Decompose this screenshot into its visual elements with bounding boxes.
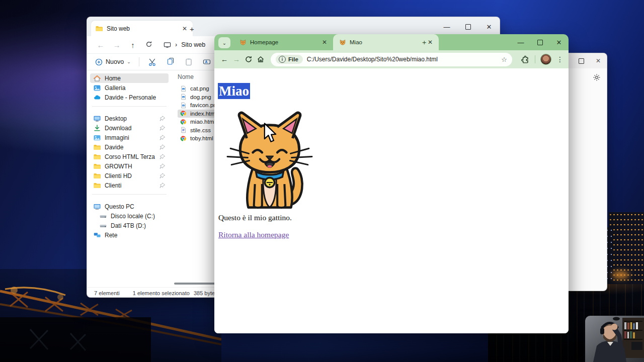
cat-favicon-icon [339, 39, 346, 46]
tab-close-icon[interactable]: ✕ [321, 39, 328, 46]
sidebar-item[interactable]: Questo PC [90, 202, 169, 211]
sidebar-item-icon [93, 124, 101, 132]
minimize-button[interactable]: — [511, 34, 530, 50]
sidebar-item-icon [93, 134, 101, 142]
pin-icon [159, 232, 166, 238]
tab-search-button[interactable]: ⌄ [218, 37, 230, 48]
sidebar-item-icon [93, 203, 101, 211]
maximize-button[interactable] [530, 34, 549, 50]
sidebar-item[interactable]: Davide - Personale [90, 93, 169, 102]
sidebar-item-icon [99, 222, 107, 230]
toolbar-right-cluster: ⋮ [521, 54, 564, 65]
rename-icon[interactable] [202, 57, 212, 67]
sidebar-item[interactable]: Disco locale (C:) [96, 211, 169, 221]
bookmark-star-icon[interactable]: ☆ [501, 56, 507, 63]
breadcrumb-chevron: › [175, 41, 177, 48]
file-name: miao.html [190, 119, 215, 125]
address-bar[interactable]: i File C:/Users/Davide/Desktop/Sito%20we… [271, 53, 512, 66]
sidebar-item[interactable]: Clienti [90, 180, 169, 190]
breadcrumb[interactable]: › Sito web [164, 41, 205, 49]
sidebar-item-label: Davide [105, 144, 156, 151]
tab-close-icon[interactable]: ✕ [181, 25, 189, 32]
maximize-button[interactable] [573, 53, 590, 68]
file-type-icon [180, 135, 187, 142]
url-text[interactable]: C:/Users/Davide/Desktop/Sito%20web/miao.… [307, 56, 497, 63]
sidebar-item-label: Rete [105, 232, 156, 239]
sidebar-item-label: Download [105, 125, 156, 132]
sidebar-item-icon [93, 172, 101, 180]
sidebar-item-label: Dati 4TB (D:) [111, 222, 156, 229]
file-name: toby.html [190, 135, 213, 141]
sidebar-item[interactable]: Home [90, 73, 169, 83]
cut-icon[interactable] [147, 57, 157, 67]
file-name: index.html [190, 111, 216, 117]
explorer-tab[interactable]: Sito web ✕ [91, 21, 193, 36]
sidebar-item[interactable]: Rete [90, 230, 169, 240]
file-name: dog.png [190, 94, 211, 100]
tab-close-icon[interactable]: ✕ [427, 39, 434, 46]
sidebar-item[interactable]: Immagini [90, 133, 169, 142]
sidebar-item[interactable]: Galleria [90, 83, 169, 93]
forward-icon[interactable]: → [231, 55, 242, 63]
back-icon[interactable]: ← [94, 41, 107, 49]
file-name: stile.css [190, 127, 211, 133]
sidebar-group-quick: Home Galleria Davide - Personale [87, 73, 172, 102]
forward-icon[interactable]: → [110, 41, 123, 49]
sidebar-item[interactable]: Download [90, 123, 169, 133]
pin-icon [159, 75, 166, 81]
up-icon[interactable]: ↑ [126, 41, 139, 49]
sidebar-item-icon [93, 115, 101, 123]
minimize-button[interactable]: — [436, 17, 457, 36]
reload-icon[interactable] [244, 55, 254, 63]
menu-kebab-icon[interactable]: ⋮ [556, 55, 564, 63]
sidebar-item[interactable]: Corso HTML Terza Media [90, 152, 169, 161]
file-name: cat.png [190, 85, 209, 92]
close-button[interactable]: ✕ [549, 34, 569, 50]
pin-icon [159, 95, 166, 101]
file-type-icon [180, 102, 187, 109]
sidebar-item-icon [93, 162, 101, 170]
new-button-label: Nuovo [106, 58, 124, 65]
sidebar-item-label: Home [105, 75, 156, 82]
close-button[interactable]: ✕ [478, 17, 500, 36]
sidebar-item[interactable]: Davide [90, 142, 169, 152]
maximize-button[interactable] [457, 17, 478, 36]
sidebar-item-label: Clienti [105, 182, 156, 189]
sidebar-item-icon [93, 231, 101, 239]
copy-icon[interactable] [166, 57, 176, 67]
pin-icon [159, 223, 166, 229]
homepage-link[interactable]: Ritorna alla homepage [218, 230, 289, 239]
sidebar-item[interactable]: Desktop [90, 114, 169, 123]
page-heading: Miao [218, 83, 250, 99]
extensions-icon[interactable] [521, 55, 530, 64]
sidebar-item[interactable]: Clienti HD [90, 171, 169, 180]
back-icon[interactable]: ← [219, 55, 229, 63]
new-tab-button[interactable]: ＋ [421, 38, 428, 47]
this-pc-icon [164, 41, 171, 49]
gear-icon[interactable] [593, 73, 601, 81]
close-button[interactable]: ✕ [590, 53, 607, 68]
browser-toolbar: ← → i File C:/Users/Davide/Desktop/Sito%… [214, 50, 569, 68]
new-button[interactable]: Nuovo ⌄ [95, 58, 131, 66]
explorer-new-tab-button[interactable]: + [190, 25, 194, 33]
info-icon: i [279, 56, 286, 63]
refresh-icon[interactable] [142, 41, 155, 49]
tab-label: Miao [350, 39, 423, 45]
sidebar-item[interactable]: Dati 4TB (D:) [96, 221, 169, 230]
paste-icon[interactable] [184, 57, 194, 67]
sidebar-separator [92, 106, 167, 107]
page-paragraph: Questo è il mio gattino. [218, 213, 292, 222]
explorer-titlebar[interactable]: Sito web ✕ + — ✕ [87, 17, 500, 36]
file-type-icon [180, 94, 187, 100]
home-icon[interactable] [256, 55, 266, 63]
pin-icon [159, 213, 166, 219]
pin-icon [159, 144, 166, 150]
profile-avatar[interactable] [540, 54, 551, 65]
sidebar-item[interactable]: GROWTH [90, 161, 169, 171]
breadcrumb-path[interactable]: Sito web [181, 41, 205, 48]
browser-window: ⌄ Homepage ✕ Miao ✕ ＋ — ✕ ← [214, 34, 569, 333]
browser-tab[interactable]: Homepage ✕ [233, 34, 333, 50]
chevron-down-icon: ⌄ [127, 59, 131, 64]
browser-tabs: Homepage ✕ Miao ✕ [233, 34, 439, 50]
file-scheme-chip[interactable]: i File [276, 55, 303, 64]
